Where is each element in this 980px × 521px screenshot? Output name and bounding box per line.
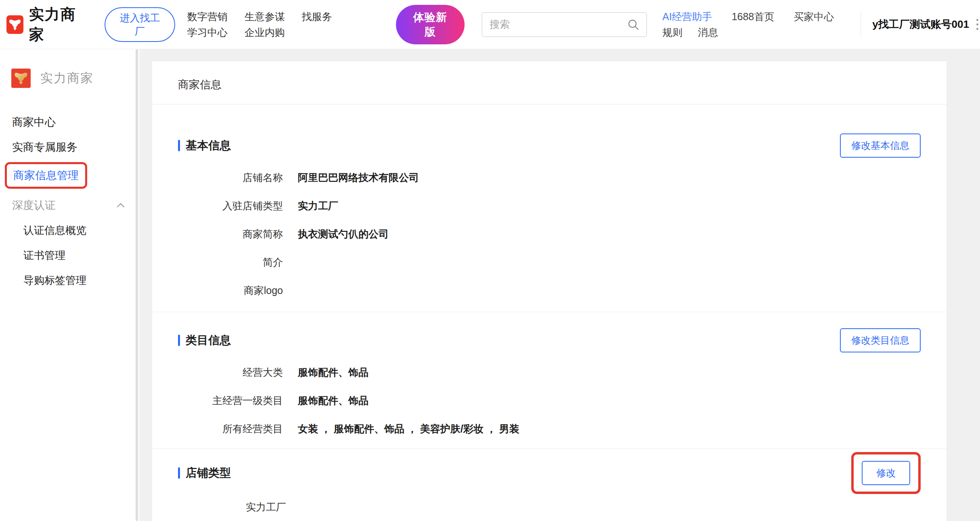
sidebar-item-merchant-info-mgmt-annotated[interactable]: 商家信息管理 [5,162,87,189]
search-input[interactable] [482,19,627,30]
sidebar: 实力商家 商家中心 实商专属服务 商家信息管理 深度认证 认证信息概览 [0,49,139,521]
account-menu-kebab-icon[interactable] [975,17,980,31]
sidebar-subitem-guide-label-mgmt[interactable]: 导购标签管理 [0,268,139,293]
nav-learning-center[interactable]: 学习中心 [187,25,228,40]
nav-col-services: 找服务 [302,9,332,40]
field-row-intro: 简介 [178,248,921,276]
bull-logo-icon [6,15,23,34]
link-buyer-center[interactable]: 买家中心 [794,10,834,23]
sidebar-brand-title: 实力商家 [40,70,94,87]
field-row-primary-level1-category: 主经营一级类目 服饰配件、饰品 [178,386,921,415]
sidebar-brand: 实力商家 [0,69,139,88]
edit-shop-type-button[interactable]: 修改 [862,461,910,485]
sidebar-group-deep-certification[interactable]: 深度认证 [0,193,139,218]
sidebar-subitem-cert-mgmt[interactable]: 证书管理 [0,243,139,268]
link-messages[interactable]: 消息 [698,26,718,39]
edit-shop-type-annotation: 修改 [851,452,921,494]
link-1688-home[interactable]: 1688首页 [732,10,775,23]
sidebar-subitem-cert-overview[interactable]: 认证信息概览 [0,218,139,243]
category-info-title: 类目信息 [178,333,231,348]
chevron-up-icon [116,202,125,208]
section-shop-type: 店铺类型 修改 实力工厂 [152,452,946,518]
link-rules[interactable]: 规则 [662,26,683,39]
page-title: 商家信息 [152,61,946,104]
field-row-shop-entry-type: 入驻店铺类型 实力工厂 [178,192,921,220]
sidebar-bull-logo-icon [11,69,31,88]
nav-enterprise-purchase[interactable]: 企业内购 [245,25,285,40]
header-divider [861,11,861,38]
section-divider [152,448,946,449]
try-new-version-button[interactable]: 体验新版 [396,5,465,44]
sidebar-menu: 商家中心 实商专属服务 商家信息管理 深度认证 认证信息概览 证书管理 导购标 [0,110,139,293]
nav-col-advisor: 生意参谋 企业内购 [245,9,285,40]
sidebar-item-exclusive-services[interactable]: 实商专属服务 [0,135,139,160]
sidebar-scrollbar[interactable] [136,49,138,521]
enter-find-factory-button[interactable]: 进入找工厂 [105,7,175,42]
brand-title: 实力商家 [29,4,86,45]
edit-basic-info-button[interactable]: 修改基本信息 [840,133,921,158]
section-accent-bar [178,335,180,346]
merchant-info-card: 商家信息 基本信息 修改基本信息 店铺名称 阿里巴巴网络技术有限公司 [152,61,946,521]
search-box [482,12,647,37]
link-ai-assistant[interactable]: AI经营助手 [662,10,712,23]
edit-category-info-button[interactable]: 修改类目信息 [840,328,921,352]
account-name[interactable]: y找工厂测试账号001 [872,17,969,31]
nav-digital-marketing[interactable]: 数字营销 [187,9,228,25]
search-icon[interactable] [627,18,640,31]
header-nav: 数字营销 学习中心 生意参谋 企业内购 找服务 [187,9,332,40]
basic-info-title: 基本信息 [178,138,231,153]
field-row-all-categories: 所有经营类目 女装 ， 服饰配件、饰品 ， 美容护肤/彩妆 ， 男装 [178,415,921,443]
section-accent-bar [178,467,180,479]
field-row-merchant-short-name: 商家简称 执衣测试勺仈的公司 [178,220,921,248]
nav-col-marketing: 数字营销 学习中心 [187,9,228,40]
top-header: 实力商家 进入找工厂 数字营销 学习中心 生意参谋 企业内购 找服务 体验新版 [0,0,980,49]
section-divider [152,312,946,312]
sidebar-item-merchant-center[interactable]: 商家中心 [0,110,139,135]
section-accent-bar [178,140,180,151]
nav-find-services[interactable]: 找服务 [302,9,332,25]
shop-type-value: 实力工厂 [178,496,921,518]
header-quick-links: AI经营助手 1688首页 买家中心 规则 消息 [662,10,834,39]
section-basic-info: 基本信息 修改基本信息 店铺名称 阿里巴巴网络技术有限公司 入驻店铺类型 实力工… [152,133,946,304]
shop-type-title: 店铺类型 [178,465,231,481]
app-root: 实力商家 进入找工厂 数字营销 学习中心 生意参谋 企业内购 找服务 体验新版 [0,0,980,521]
section-category-info: 类目信息 修改类目信息 经营大类 服饰配件、饰品 主经营一级类目 服饰配件、饰品… [152,328,946,443]
nav-business-advisor[interactable]: 生意参谋 [245,9,285,25]
header-brand[interactable]: 实力商家 [6,4,86,45]
field-row-shop-name: 店铺名称 阿里巴巴网络技术有限公司 [178,163,921,192]
sidebar-item-merchant-info-mgmt: 商家信息管理 [13,168,79,183]
field-row-merchant-logo: 商家logo [178,276,921,304]
main-content: 商家信息 基本信息 修改基本信息 店铺名称 阿里巴巴网络技术有限公司 [140,49,980,521]
field-row-main-category: 经营大类 服饰配件、饰品 [178,358,921,386]
